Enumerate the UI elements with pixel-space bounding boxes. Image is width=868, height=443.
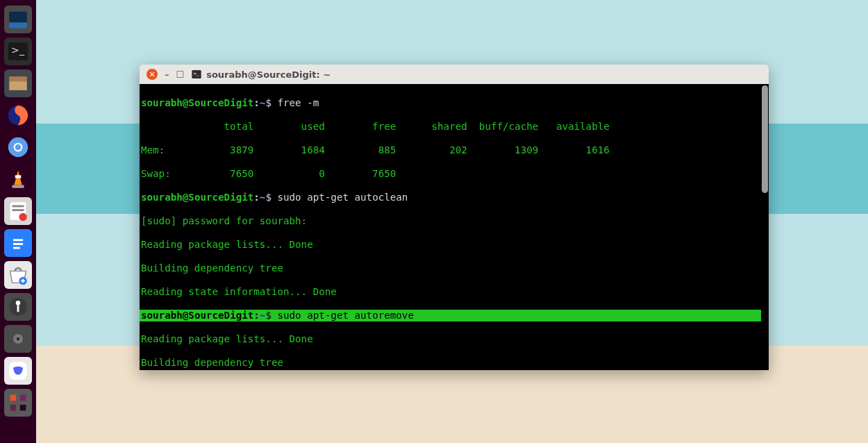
svg-rect-20	[13, 247, 20, 249]
command-text: free -m	[278, 97, 319, 108]
prompt-user: sourabh	[141, 97, 183, 108]
svg-rect-30	[20, 395, 26, 401]
file-manager-icon[interactable]	[4, 69, 32, 97]
svg-rect-11	[15, 175, 22, 178]
svg-rect-0	[9, 22, 27, 28]
firefox-icon[interactable]	[4, 101, 32, 129]
terminal-output: Reading package lists... Done	[140, 239, 769, 251]
terminal-output: Reading package lists... Done	[140, 333, 769, 345]
svg-point-27	[17, 337, 19, 340]
window-titlebar[interactable]: ✕ – ☐ >_ sourabh@SourceDigit: ~	[140, 65, 769, 84]
docs-icon[interactable]	[4, 229, 32, 257]
disks-icon[interactable]	[4, 325, 32, 353]
svg-rect-18	[13, 239, 23, 241]
prompt-host: SourceDigit	[188, 97, 253, 108]
svg-rect-24	[17, 305, 19, 312]
close-icon[interactable]: ✕	[147, 69, 158, 80]
terminal-output: Reading state information... Done	[140, 286, 769, 298]
svg-point-23	[16, 301, 21, 306]
svg-rect-5	[9, 81, 27, 90]
svg-rect-32	[20, 405, 26, 411]
free-header: total used free shared buff/cache availa…	[140, 121, 769, 133]
svg-rect-12	[12, 185, 24, 188]
ubuntu-dock: >_	[0, 0, 36, 443]
svg-text:>_: >_	[193, 71, 199, 76]
svg-rect-14	[12, 206, 24, 208]
terminal-output: [sudo] password for sourabh:	[140, 215, 769, 227]
apps-grid-icon[interactable]	[4, 389, 32, 417]
svg-rect-4	[9, 76, 27, 81]
terminal-output: Building dependency tree	[140, 262, 769, 274]
svg-rect-15	[12, 209, 24, 211]
files-icon[interactable]	[4, 6, 32, 33]
svg-rect-1	[9, 12, 27, 23]
terminal-icon[interactable]: >_	[4, 37, 32, 65]
chromium-icon[interactable]	[4, 133, 32, 161]
svg-rect-29	[10, 395, 17, 401]
highlighted-command-row: sourabh@SourceDigit:~$ sudo apt-get auto…	[140, 310, 769, 321]
terminal-window: ✕ – ☐ >_ sourabh@SourceDigit: ~ sourabh@…	[140, 65, 769, 370]
text-editor-icon[interactable]	[4, 197, 32, 225]
terminal-scrollbar[interactable]	[761, 84, 769, 370]
window-title: sourabh@SourceDigit: ~	[206, 69, 331, 80]
svg-text:>_: >_	[11, 44, 25, 56]
maximize-icon[interactable]: ☐	[176, 69, 185, 80]
command-text: sudo apt-get autoclean	[278, 192, 408, 203]
prompt-sigil: $	[265, 97, 272, 108]
free-swap-row: Swap: 7650 0 7650	[140, 168, 769, 180]
settings-icon[interactable]	[4, 293, 32, 321]
svg-rect-31	[10, 405, 17, 411]
svg-rect-19	[13, 243, 23, 245]
terminal-body[interactable]: sourabh@SourceDigit:~$ free -m total use…	[140, 84, 769, 370]
minimize-icon[interactable]: –	[165, 69, 169, 80]
free-mem-row: Mem: 3879 1684 885 202 1309 1616	[140, 144, 769, 156]
scrollbar-thumb[interactable]	[762, 85, 768, 193]
vlc-icon[interactable]	[4, 165, 32, 193]
discord-icon[interactable]	[4, 357, 32, 385]
terminal-output: Building dependency tree	[140, 357, 769, 369]
software-center-icon[interactable]	[4, 261, 32, 289]
svg-point-16	[19, 213, 26, 221]
terminal-titlebar-icon: >_	[191, 69, 202, 80]
command-text: sudo apt-get autoremove	[278, 310, 414, 321]
svg-point-9	[15, 144, 22, 151]
